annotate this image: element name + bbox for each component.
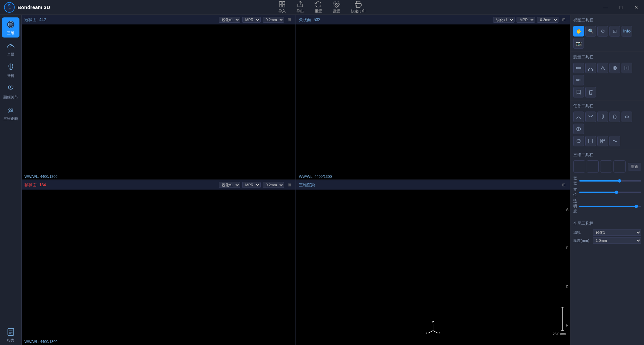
- nerve-button[interactable]: [622, 112, 632, 122]
- crown-button[interactable]: [573, 136, 584, 146]
- width-slider-track[interactable]: [579, 180, 641, 182]
- coronal-sharpness-select[interactable]: 锐化x1: [219, 17, 240, 23]
- view-tools-row1: ✋ 🔍 ⚙ ⊡ info: [573, 26, 641, 37]
- measure-tools-section: 测量工具栏: [571, 52, 644, 100]
- reset-button[interactable]: 重置: [315, 1, 322, 14]
- print-button[interactable]: 快速打印: [351, 1, 366, 14]
- preset-thumb-2[interactable]: [587, 160, 599, 172]
- level-slider-track[interactable]: [579, 192, 641, 193]
- minimize-button[interactable]: —: [598, 0, 613, 15]
- thickness-select[interactable]: 1.0mm: [593, 237, 641, 244]
- preset-canvas-1: [573, 160, 585, 172]
- axial-viewport[interactable]: 轴状面 184 锐化x1 MPR 0.2mm ⊞: [21, 180, 296, 345]
- gear-tool-button[interactable]: ⚙: [597, 26, 608, 37]
- svg-rect-50: [601, 139, 602, 141]
- zoom-tool-button[interactable]: 🔍: [585, 26, 596, 37]
- sidebar-item-panorama[interactable]: 全景: [2, 39, 19, 59]
- camera-tool-button[interactable]: 📷: [573, 38, 584, 49]
- axial-wwwl: WW/WL: 4400/1300: [24, 340, 57, 344]
- coronal-viewport[interactable]: 冠状面 442 锐化x1 MPR 0.2mm ⊞: [21, 15, 296, 180]
- restore-button[interactable]: □: [613, 0, 629, 15]
- sagittal-label: 矢状面: [299, 17, 311, 23]
- curve-ruler-button[interactable]: [585, 63, 596, 73]
- coronal-header: 冠状面 442 锐化x1 MPR 0.2mm ⊞: [22, 15, 296, 24]
- main-content: 三维 全景 牙科 颞颌关节: [0, 15, 644, 345]
- render3d-expand-icon[interactable]: ⊞: [560, 182, 567, 188]
- density-tool-button[interactable]: ROI: [573, 75, 584, 85]
- export-button[interactable]: 导出: [297, 1, 304, 14]
- svg-point-19: [11, 109, 12, 110]
- sagittal-mode-select[interactable]: MPR: [517, 17, 535, 23]
- svg-point-38: [592, 70, 593, 71]
- sagittal-footer: WW/WL: 4400/1300: [296, 174, 570, 180]
- sagittal-wwwl: WW/WL: 4400/1300: [299, 175, 332, 179]
- axial-expand-icon[interactable]: ⊞: [286, 182, 293, 188]
- svg-line-25: [428, 331, 433, 333]
- import-button[interactable]: 导入: [278, 1, 286, 14]
- coronal-ct-image: [22, 24, 296, 174]
- axis-indicator: Z Y X: [425, 321, 441, 335]
- bone-button[interactable]: [609, 112, 620, 122]
- scan-button[interactable]: [585, 136, 596, 146]
- hand-tool-button[interactable]: ✋: [573, 26, 584, 37]
- sidebar-item-ortho3d[interactable]: 三维正畸: [2, 103, 19, 123]
- transparency-slider-thumb: [635, 205, 638, 208]
- threed-tools-section: 三维工具栏 重置: [571, 149, 644, 218]
- preset-thumb-3[interactable]: [600, 160, 612, 172]
- width-slider-label: 宽宽: [573, 176, 577, 186]
- sidebar-item-tmj[interactable]: 颞颌关节: [2, 82, 19, 102]
- angle-tool-button[interactable]: [597, 63, 608, 73]
- logo-area: B 3D Bondream 3D: [0, 2, 54, 13]
- sliders-container: 宽宽 窗位 透明度: [573, 176, 641, 214]
- arch-lower-button[interactable]: [573, 112, 584, 122]
- axial-mode-select[interactable]: MPR: [242, 182, 261, 188]
- grid-button[interactable]: [597, 136, 608, 146]
- threed-tools-title: 三维工具栏: [573, 152, 641, 158]
- implant-button[interactable]: [597, 112, 608, 122]
- bookmark-tool-button[interactable]: [573, 87, 584, 97]
- preset-thumb-4[interactable]: [613, 160, 626, 172]
- window-controls: — □ ✕: [598, 0, 644, 15]
- axis-svg: Z Y X: [425, 321, 441, 334]
- global-tools-section: 全局工具栏 滤镜 锐化1 厚度(mm) 1.0mm: [571, 218, 644, 248]
- coronal-expand-icon[interactable]: ⊞: [286, 16, 293, 23]
- preset-thumb-1[interactable]: [573, 160, 585, 172]
- arch-upper-button[interactable]: [585, 112, 596, 122]
- close-button[interactable]: ✕: [629, 0, 644, 15]
- coronal-mode-select[interactable]: MPR: [242, 17, 261, 23]
- segment-button[interactable]: [573, 124, 584, 134]
- info-tool-button[interactable]: info: [622, 26, 632, 37]
- ruler-tool-button[interactable]: [573, 63, 584, 73]
- measure-tools-row: ROI: [573, 63, 641, 85]
- render3d-viewport[interactable]: 三维渲染 ⊞ A P R F Z: [296, 180, 570, 345]
- thickness-row: 厚度(mm) 1.0mm: [573, 237, 641, 244]
- svg-rect-20: [8, 328, 14, 335]
- svg-point-40: [614, 67, 615, 69]
- task-tools-row1: [573, 112, 641, 134]
- transparency-slider-track[interactable]: [579, 206, 641, 207]
- axial-thickness-select[interactable]: 0.2mm: [263, 182, 284, 188]
- sagittal-viewport[interactable]: 矢状面 532 锐化x1 MPR 0.2mm ⊞: [296, 15, 570, 180]
- svg-text:X: X: [438, 331, 440, 334]
- area-tool-button[interactable]: [622, 63, 632, 73]
- sagittal-thickness-select[interactable]: 0.2mm: [537, 17, 558, 23]
- preset-reset-button[interactable]: 重置: [628, 163, 641, 170]
- filter-select[interactable]: 锐化1: [593, 229, 641, 236]
- sidebar-item-3d[interactable]: 三维: [2, 17, 19, 38]
- sagittal-expand-icon[interactable]: ⊞: [560, 16, 567, 23]
- rotation-tool-button[interactable]: [609, 63, 620, 73]
- coronal-number: 442: [39, 17, 46, 22]
- wave-button[interactable]: [609, 136, 620, 146]
- sagittal-sharpness-select[interactable]: 锐化x1: [493, 17, 515, 23]
- svg-rect-51: [603, 139, 605, 141]
- settings-button[interactable]: 设置: [333, 1, 340, 14]
- coronal-thickness-select[interactable]: 0.2mm: [263, 17, 284, 23]
- axial-sharpness-select[interactable]: 锐化x1: [219, 182, 240, 188]
- sidebar-item-dental[interactable]: 牙科: [2, 60, 19, 80]
- title-bar: B 3D Bondream 3D 导入 导出 重置: [0, 0, 644, 15]
- sidebar-item-report[interactable]: 报告: [2, 325, 19, 345]
- fit-tool-button[interactable]: ⊡: [609, 26, 620, 37]
- delete-tool-button[interactable]: [585, 87, 596, 97]
- preset-canvas-3: [600, 160, 612, 172]
- coronal-footer: WW/WL: 4400/1300: [22, 174, 296, 180]
